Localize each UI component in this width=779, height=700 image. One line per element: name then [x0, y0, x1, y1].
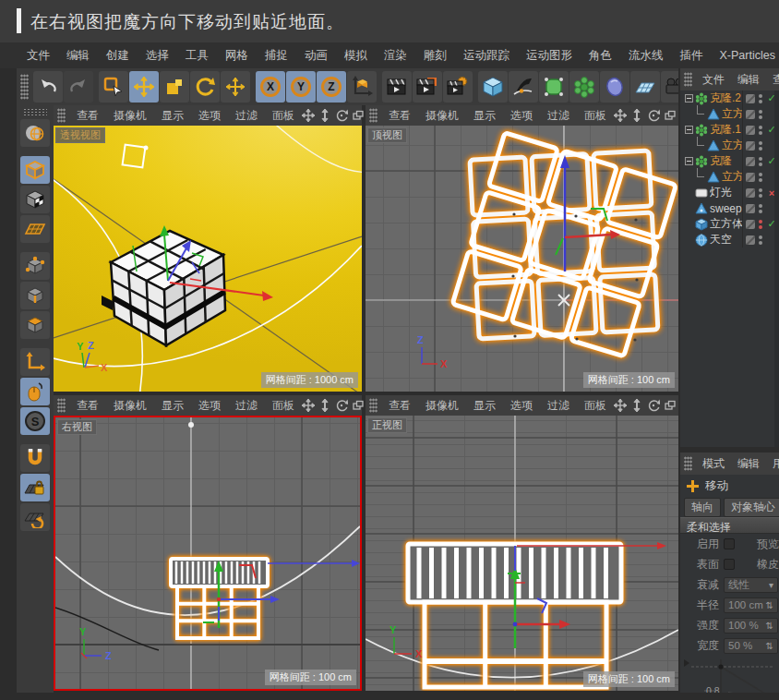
panel-grip[interactable] [684, 72, 692, 87]
panel-grip[interactable] [57, 398, 66, 413]
viewport-menu-item[interactable]: 过滤 [540, 398, 577, 414]
viewport-menu-item[interactable]: 显示 [466, 398, 503, 414]
axis-mode-button[interactable] [20, 348, 50, 376]
cloner-button[interactable] [569, 71, 599, 103]
attribute-menu-item[interactable]: 用户数据 [766, 456, 779, 472]
menu-item[interactable]: 雕刻 [415, 42, 455, 68]
subdivision-surface-button[interactable] [539, 71, 569, 103]
attribute-menu-item[interactable]: 模式 [696, 456, 731, 472]
visibility-dots[interactable] [758, 204, 763, 213]
object-row[interactable]: 克隆 ✓ [680, 153, 779, 169]
viewport-menu-item[interactable]: 过滤 [540, 108, 577, 124]
menu-item[interactable]: 网格 [217, 42, 257, 68]
toggle-view-icon[interactable] [664, 399, 677, 412]
snap-button[interactable]: S [20, 407, 50, 435]
scale-tool-button[interactable] [160, 71, 189, 103]
object-manager-menu-item[interactable]: 文件 [696, 72, 731, 88]
toggle-view-icon[interactable] [352, 399, 365, 412]
workplane-mode-button[interactable] [20, 215, 50, 243]
viewport-menu-item[interactable]: 摄像机 [418, 398, 466, 414]
object-row[interactable]: 立方体 [680, 138, 779, 153]
layer-swatch[interactable] [746, 141, 755, 151]
menu-item[interactable]: 工具 [177, 42, 217, 68]
layer-swatch[interactable] [746, 204, 755, 213]
points-mode-button[interactable] [20, 252, 50, 280]
layer-swatch[interactable] [746, 188, 755, 198]
panel-grip[interactable] [369, 398, 378, 413]
expand-toggle-icon[interactable] [685, 94, 693, 103]
top-viewport[interactable]: Z X 顶视图 网格间距 : 100 cm [366, 126, 678, 392]
menu-item[interactable]: 选择 [138, 42, 177, 68]
visibility-dots[interactable] [758, 220, 763, 229]
viewport-menu-item[interactable]: 显示 [154, 398, 191, 414]
object-row[interactable]: 灯光 × [680, 185, 779, 200]
perspective-viewport[interactable]: Y Z X 透视视图 网格间距 : 1000 cm [54, 126, 362, 392]
expand-toggle-icon[interactable] [685, 126, 693, 134]
menu-item[interactable]: 动画 [296, 42, 336, 68]
width-input[interactable]: 50 %⇅ [724, 638, 778, 654]
toggle-view-icon[interactable] [352, 109, 365, 122]
attribute-menu-item[interactable]: 编辑 [731, 456, 766, 472]
layer-swatch[interactable] [746, 94, 755, 103]
viewport-menu-item[interactable]: 选项 [191, 398, 228, 414]
undo-button[interactable] [33, 71, 63, 103]
menu-item[interactable]: 捕捉 [257, 42, 296, 68]
panel-grip[interactable] [57, 108, 66, 123]
menu-item[interactable]: 渲染 [376, 42, 415, 68]
rotate-view-icon[interactable] [335, 109, 348, 122]
panel-grip[interactable] [684, 456, 692, 471]
viewport-menu-item[interactable]: 面板 [577, 398, 614, 414]
render-picture-viewer-button[interactable] [413, 71, 442, 103]
viewport-menu-item[interactable]: 过滤 [228, 398, 265, 414]
mode-toolbar-grip[interactable] [23, 108, 47, 115]
visibility-dots[interactable] [758, 126, 763, 135]
soft-selection-section-header[interactable]: 柔和选择 [680, 517, 779, 534]
rotate-tool-button[interactable] [190, 71, 220, 103]
object-row[interactable]: 克隆.2 ✓ [680, 91, 779, 106]
object-row[interactable]: 立方体 ✓ [680, 216, 779, 232]
viewport-menu-item[interactable]: 选项 [503, 108, 540, 124]
viewport-menu-item[interactable]: 摄像机 [106, 108, 154, 124]
visibility-dots[interactable] [758, 141, 763, 151]
pan-view-icon[interactable] [302, 399, 315, 412]
dolly-view-icon[interactable] [630, 109, 643, 122]
layer-swatch[interactable] [746, 126, 755, 135]
viewport-menu-item[interactable]: 面板 [265, 398, 302, 414]
toggle-view-icon[interactable] [664, 109, 677, 122]
layer-swatch[interactable] [746, 235, 755, 245]
x-axis-lock-button[interactable]: X [256, 71, 285, 103]
stepper-icon[interactable]: ⇅ [766, 641, 773, 651]
object-manager-scrollbar[interactable] [774, 91, 779, 447]
render-settings-button[interactable] [443, 71, 473, 103]
tab-object-axis[interactable]: 对象轴心 [724, 498, 779, 517]
menu-item[interactable]: 插件 [672, 42, 712, 68]
last-tool-move-button[interactable] [221, 71, 250, 103]
workplane-align-button[interactable] [20, 503, 50, 531]
redo-button[interactable] [64, 71, 93, 103]
menu-item[interactable]: 文件 [18, 42, 58, 68]
polygons-mode-button[interactable] [20, 311, 50, 339]
strength-input[interactable]: 100 %⇅ [724, 618, 778, 634]
deformer-button[interactable] [600, 71, 629, 103]
object-row[interactable]: 立方体 [680, 169, 779, 185]
viewport-menu-item[interactable]: 面板 [577, 108, 614, 124]
stepper-icon[interactable]: ⇅ [766, 600, 773, 610]
visibility-dots[interactable] [758, 94, 763, 103]
live-selection-button[interactable] [99, 71, 128, 103]
tab-axis[interactable]: 轴向 [684, 498, 721, 517]
edges-mode-button[interactable] [20, 282, 50, 309]
menu-item[interactable]: 模拟 [336, 42, 376, 68]
magnet-snap-button[interactable] [20, 444, 50, 472]
viewport-menu-item[interactable]: 过滤 [228, 108, 265, 124]
viewport-menu-item[interactable]: 摄像机 [418, 108, 466, 124]
viewport-menu-item[interactable]: 显示 [154, 108, 191, 124]
viewport-menu-item[interactable]: 显示 [466, 108, 503, 124]
viewport-menu-item[interactable]: 选项 [503, 398, 540, 414]
pan-view-icon[interactable] [614, 399, 627, 412]
menu-item[interactable]: X-Particles [712, 42, 779, 68]
toolbar-grip[interactable] [20, 74, 29, 100]
texture-mode-button[interactable] [20, 186, 50, 213]
dolly-view-icon[interactable] [318, 109, 331, 122]
panel-grip[interactable] [369, 108, 378, 123]
pan-view-icon[interactable] [614, 109, 627, 122]
